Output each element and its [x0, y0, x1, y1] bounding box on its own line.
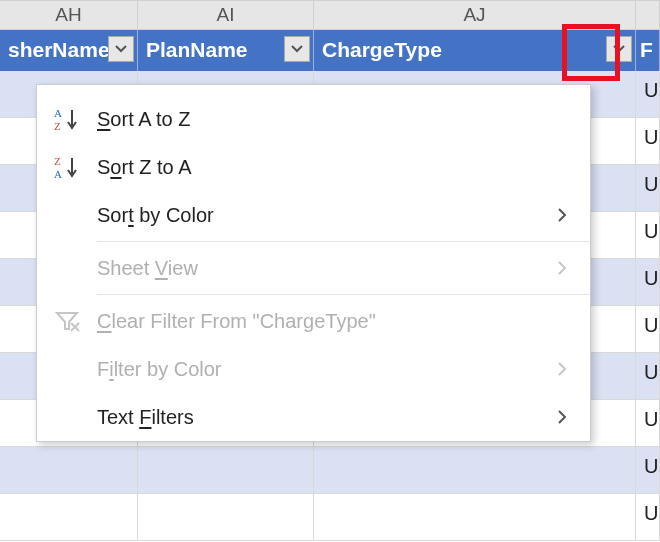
svg-text:Z: Z	[54, 155, 61, 167]
menu-label: Sheet View	[97, 257, 550, 280]
menu-item-sort-by-color[interactable]: Sort by Color	[37, 191, 590, 239]
filter-dropdown-menu: A Z Sort A to Z Z A Sort Z to A Sort by …	[36, 84, 591, 442]
chevron-down-icon	[613, 45, 625, 53]
cell[interactable]: U	[636, 400, 660, 446]
sort-az-icon: A Z	[37, 106, 97, 132]
menu-item-sort-za[interactable]: Z A Sort Z to A	[37, 143, 590, 191]
chevron-right-icon	[550, 409, 574, 425]
chevron-right-icon	[550, 207, 574, 223]
chevron-right-icon	[550, 361, 574, 377]
menu-item-sheet-view: Sheet View	[37, 244, 590, 292]
column-letter-row: AH AI AJ	[0, 0, 660, 30]
cell[interactable]: U	[636, 165, 660, 211]
table-row[interactable]: U	[0, 447, 660, 494]
header-cell-next[interactable]: F	[636, 30, 660, 71]
table-header-row: sherName PlanName ChargeType F	[0, 30, 660, 71]
menu-item-clear-filter: Clear Filter From "ChargeType"	[37, 297, 590, 345]
header-cell-aj[interactable]: ChargeType	[314, 30, 636, 71]
table-row[interactable]: U	[0, 494, 660, 541]
menu-item-text-filters[interactable]: Text Filters	[37, 393, 590, 441]
cell[interactable]: U	[636, 353, 660, 399]
menu-label: Clear Filter From "ChargeType"	[97, 310, 574, 333]
menu-separator	[97, 241, 590, 242]
chevron-right-icon	[550, 260, 574, 276]
filter-dropdown-button[interactable]	[284, 36, 310, 62]
menu-item-sort-az[interactable]: A Z Sort A to Z	[37, 95, 590, 143]
header-label: ChargeType	[322, 38, 442, 61]
menu-label: Text Filters	[97, 406, 550, 429]
menu-label: Sort A to Z	[97, 108, 574, 131]
header-label: F	[640, 38, 653, 61]
sort-za-icon: Z A	[37, 154, 97, 180]
header-label: PlanName	[146, 38, 248, 61]
menu-label: Sort by Color	[97, 204, 550, 227]
header-cell-ah[interactable]: sherName	[0, 30, 138, 71]
cell[interactable]: U	[636, 118, 660, 164]
col-letter-ah[interactable]: AH	[0, 1, 138, 29]
filter-dropdown-button[interactable]	[108, 36, 134, 62]
header-label: sherName	[8, 38, 110, 61]
cell[interactable]: U	[636, 212, 660, 258]
cell[interactable]: U	[636, 306, 660, 352]
col-letter-next[interactable]	[636, 1, 660, 29]
cell[interactable]: U	[636, 259, 660, 305]
col-letter-ai[interactable]: AI	[138, 1, 314, 29]
clear-filter-icon	[37, 309, 97, 333]
filter-dropdown-button[interactable]	[606, 36, 632, 62]
menu-label: Sort Z to A	[97, 156, 574, 179]
menu-separator	[97, 294, 590, 295]
cell[interactable]: U	[636, 447, 660, 493]
menu-item-filter-by-color: Filter by Color	[37, 345, 590, 393]
chevron-down-icon	[291, 45, 303, 53]
cell[interactable]: U	[636, 71, 660, 117]
svg-text:A: A	[54, 107, 62, 119]
chevron-down-icon	[115, 45, 127, 53]
svg-text:Z: Z	[54, 120, 61, 132]
menu-label: Filter by Color	[97, 358, 550, 381]
header-cell-ai[interactable]: PlanName	[138, 30, 314, 71]
col-letter-aj[interactable]: AJ	[314, 1, 636, 29]
svg-text:A: A	[54, 168, 62, 180]
cell[interactable]: U	[636, 494, 660, 540]
